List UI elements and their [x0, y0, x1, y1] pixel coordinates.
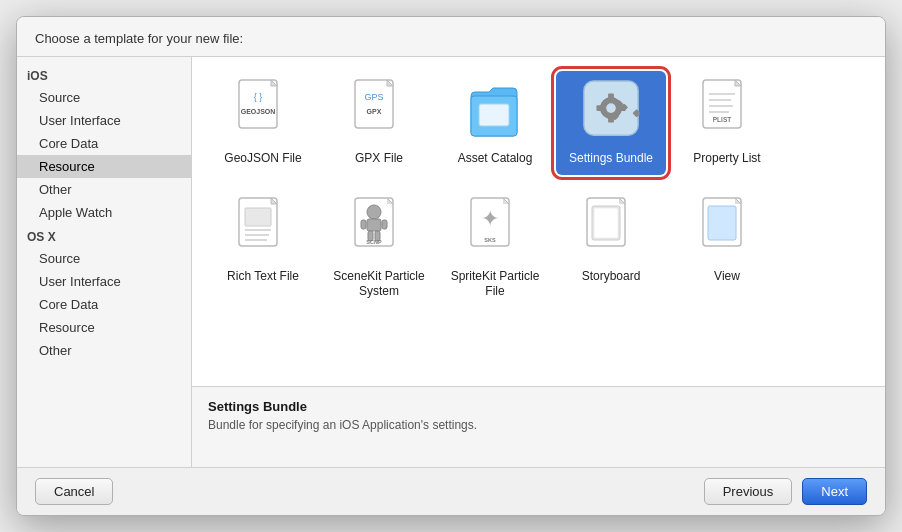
svg-text:✦: ✦ [481, 206, 499, 231]
file-item-spritekit[interactable]: ✦ SKS SpriteKit Particle File [440, 189, 550, 308]
view-label: View [714, 269, 740, 285]
scenekit-icon: SCNP [349, 195, 409, 263]
svg-rect-53 [382, 220, 387, 229]
footer-right: Previous Next [704, 478, 867, 505]
svg-text:GEOJSON: GEOJSON [241, 108, 276, 115]
dialog-body: iOS Source User Interface Core Data Reso… [17, 57, 885, 467]
svg-rect-16 [479, 104, 509, 126]
footer-left: Cancel [35, 478, 113, 505]
footer: Cancel Previous Next [17, 467, 885, 515]
svg-text:GPX: GPX [367, 108, 382, 115]
new-file-dialog: Choose a template for your new file: iOS… [16, 16, 886, 516]
svg-rect-51 [367, 219, 381, 231]
rich-text-icon [233, 195, 293, 263]
dialog-title: Choose a template for your new file: [17, 17, 885, 57]
file-item-gpx[interactable]: GPX GPS GPX File [324, 71, 434, 175]
file-grid: GEOJSON { } GeoJSON File [192, 57, 885, 387]
sidebar-item-osx-source[interactable]: Source [17, 247, 191, 270]
svg-rect-66 [594, 208, 618, 238]
asset-catalog-icon [465, 77, 525, 145]
description-title: Settings Bundle [208, 399, 869, 414]
property-list-icon: PLIST [697, 77, 757, 145]
sidebar-item-ios-userinterface[interactable]: User Interface [17, 109, 191, 132]
settings-bundle-icon [581, 77, 641, 145]
gpx-label: GPX File [355, 151, 403, 167]
sidebar-item-ios-applewatch[interactable]: Apple Watch [17, 201, 191, 224]
svg-rect-22 [596, 105, 602, 111]
file-grid-inner: GEOJSON { } GeoJSON File [208, 71, 869, 308]
property-list-label: Property List [693, 151, 760, 167]
previous-button[interactable]: Previous [704, 478, 793, 505]
sidebar-group-ios: iOS [17, 63, 191, 86]
sidebar-item-ios-source[interactable]: Source [17, 86, 191, 109]
svg-rect-8 [355, 80, 393, 128]
svg-text:SCNP: SCNP [366, 239, 382, 245]
file-item-property-list[interactable]: PLIST Property List [672, 71, 782, 175]
gpx-icon: GPX GPS [349, 77, 409, 145]
description-area: Settings Bundle Bundle for specifying an… [192, 387, 885, 467]
storyboard-label: Storyboard [582, 269, 641, 285]
sidebar-item-osx-coredata[interactable]: Core Data [17, 293, 191, 316]
svg-text:SKS: SKS [484, 237, 496, 243]
svg-text:GPS: GPS [364, 92, 383, 102]
view-icon [697, 195, 757, 263]
svg-rect-20 [608, 94, 614, 100]
file-item-view[interactable]: View [672, 189, 782, 308]
geojson-icon: GEOJSON { } [233, 77, 293, 145]
next-button[interactable]: Next [802, 478, 867, 505]
content-area: GEOJSON { } GeoJSON File [192, 57, 885, 467]
file-item-scenekit[interactable]: SCNP SceneKit Particle System [324, 189, 434, 308]
sidebar-item-ios-other[interactable]: Other [17, 178, 191, 201]
spritekit-icon: ✦ SKS [465, 195, 525, 263]
file-item-asset-catalog[interactable]: Asset Catalog [440, 71, 550, 175]
sidebar: iOS Source User Interface Core Data Reso… [17, 57, 192, 467]
file-item-settings-bundle[interactable]: Settings Bundle [556, 71, 666, 175]
sidebar-item-osx-other[interactable]: Other [17, 339, 191, 362]
asset-catalog-label: Asset Catalog [458, 151, 533, 167]
svg-text:PLIST: PLIST [713, 116, 731, 123]
file-item-geojson[interactable]: GEOJSON { } GeoJSON File [208, 71, 318, 175]
rich-text-label: Rich Text File [227, 269, 299, 285]
svg-rect-0 [239, 80, 277, 128]
file-item-rich-text[interactable]: Rich Text File [208, 189, 318, 308]
settings-bundle-label: Settings Bundle [569, 151, 653, 167]
svg-rect-43 [245, 208, 271, 226]
svg-point-19 [606, 103, 616, 113]
sidebar-item-ios-resource[interactable]: Resource [17, 155, 191, 178]
svg-text:{ }: { } [254, 92, 263, 102]
scenekit-label: SceneKit Particle System [330, 269, 428, 300]
cancel-button[interactable]: Cancel [35, 478, 113, 505]
sidebar-group-osx: OS X [17, 224, 191, 247]
storyboard-icon [581, 195, 641, 263]
sidebar-item-osx-resource[interactable]: Resource [17, 316, 191, 339]
spritekit-label: SpriteKit Particle File [446, 269, 544, 300]
svg-point-50 [367, 205, 381, 219]
geojson-label: GeoJSON File [224, 151, 301, 167]
svg-rect-52 [361, 220, 366, 229]
sidebar-item-ios-coredata[interactable]: Core Data [17, 132, 191, 155]
file-item-storyboard[interactable]: Storyboard [556, 189, 666, 308]
sidebar-item-osx-userinterface[interactable]: User Interface [17, 270, 191, 293]
description-text: Bundle for specifying an iOS Application… [208, 418, 869, 432]
svg-rect-70 [708, 206, 736, 240]
